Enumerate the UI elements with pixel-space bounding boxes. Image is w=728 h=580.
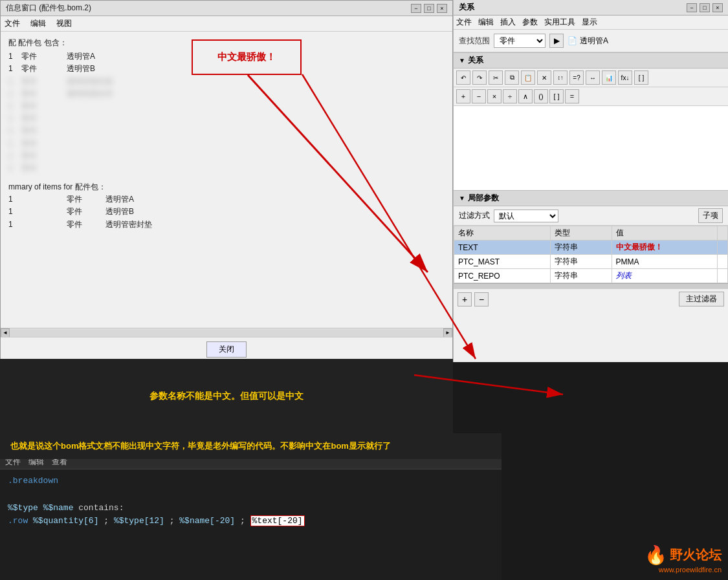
relations-section-header: ▼ 关系	[454, 52, 728, 69]
close-window-btn[interactable]: ×	[437, 4, 447, 13]
rel-minimize-btn[interactable]: −	[687, 3, 697, 12]
info-window-title: 信息窗口 (配件包.bom.2)	[6, 3, 91, 14]
code-name-var2: %$name[-20]	[179, 516, 235, 526]
rel-menu-display[interactable]: 显示	[582, 17, 597, 28]
summary-row: 1 零件 透明管B	[8, 206, 445, 218]
params-footer-left: + −	[458, 292, 489, 306]
redo-btn[interactable]: ↷	[472, 70, 487, 85]
col-header-type: 类型	[551, 226, 612, 241]
summary-label: mmary of items for 配件包：	[8, 182, 106, 191]
relations-section-label: 关系	[468, 55, 483, 66]
chart-btn[interactable]: 📊	[602, 70, 616, 85]
rel-menu-insert[interactable]: 插入	[500, 17, 516, 28]
params-table: 名称 类型 值 TEXT 字符串 中文最骄傲！ PTC_MAST	[454, 226, 728, 283]
forum-name: 野火论坛	[670, 546, 722, 564]
equals-btn[interactable]: =?	[569, 70, 584, 85]
bottom-annotation-text: 也就是说这个bom格式文档不能出现中文字符，毕竟是老外编写的代码。不影响中文在b…	[10, 440, 391, 452]
code-name-var: %$name	[43, 503, 74, 513]
scroll-right-btn[interactable]: ►	[443, 328, 452, 338]
search-type-dropdown[interactable]: 零件	[494, 34, 546, 48]
component-icon: 📄	[568, 36, 577, 45]
paste-btn[interactable]: 📋	[521, 70, 535, 85]
info-footer: 关闭	[1, 337, 452, 361]
table-row: 1 零件	[8, 113, 445, 125]
formula-btn[interactable]: fx↓	[618, 70, 632, 85]
plus-op-btn[interactable]: +	[456, 89, 470, 103]
summary-header: mmary of items for 配件包：	[8, 181, 445, 193]
filter-dropdown[interactable]: 默认	[494, 209, 558, 222]
cut-btn[interactable]: ✂	[489, 70, 503, 85]
horizontal-scrollbar[interactable]: ◄ ►	[1, 328, 452, 337]
search-arrow-btn[interactable]: ▶	[549, 34, 564, 48]
rel-menu-tools[interactable]: 实用工具	[544, 17, 575, 28]
scroll-left-btn[interactable]: ◄	[1, 328, 10, 338]
maximize-btn[interactable]: □	[424, 4, 434, 13]
editor-content: .breakdown %$type %$name contains: .row …	[0, 469, 502, 580]
table-row: 1 零件 透明管密封件	[8, 88, 445, 100]
param-type-text: 字符串	[551, 241, 612, 255]
menu-view[interactable]: 视图	[55, 17, 73, 30]
menu-file[interactable]: 文件	[3, 17, 21, 30]
power-op-btn[interactable]: ∧	[518, 89, 533, 103]
code-line-1: .breakdown	[8, 475, 494, 488]
undo-btn[interactable]: ↶	[456, 70, 470, 85]
minus-op-btn[interactable]: −	[472, 89, 486, 103]
params-footer: + − 主过滤器	[454, 288, 728, 309]
minimize-btn[interactable]: −	[411, 4, 421, 13]
code-text-highlight: %text[-20]	[250, 515, 305, 526]
search-value-box: 📄 透明管A	[568, 36, 608, 47]
table-row: 1 零件	[8, 150, 445, 162]
col-header-value: 值	[612, 226, 717, 241]
relations-op-buttons: + − × ÷ ∧ () [ ] =	[454, 87, 728, 106]
main-filter-btn[interactable]: 主过滤器	[679, 292, 724, 306]
params-del-btn[interactable]: −	[474, 292, 489, 306]
rel-menu-file[interactable]: 文件	[456, 17, 472, 28]
close-button[interactable]: 关闭	[206, 341, 247, 358]
annotation-box: 中文最骄傲！	[192, 39, 302, 75]
copy-btn[interactable]: ⧉	[505, 70, 519, 85]
equal-btn[interactable]: =	[565, 89, 579, 103]
multiply-op-btn[interactable]: ×	[487, 89, 502, 103]
rel-menu-params[interactable]: 参数	[522, 17, 538, 28]
params-add-btn[interactable]: +	[458, 292, 472, 306]
param-extra-ptcrepo	[718, 269, 728, 283]
subitem-button[interactable]: 子项	[698, 208, 723, 223]
code-breakdown: .breakdown	[8, 476, 58, 486]
menu-edit[interactable]: 编辑	[29, 17, 47, 30]
code-row-keyword: .row	[8, 516, 28, 526]
expand-btn[interactable]: ↔	[586, 70, 600, 85]
delete-btn[interactable]: ✕	[537, 70, 551, 85]
rel-close-btn[interactable]: ×	[712, 3, 723, 12]
info-window: 信息窗口 (配件包.bom.2) − □ × 文件 编辑 视图 配 配件包 包含…	[0, 0, 453, 362]
local-params-label: 局部参数	[468, 193, 499, 204]
param-value-ptcrepo: 列表	[612, 269, 717, 283]
col-header-extra	[718, 226, 728, 241]
param-extra-text	[718, 241, 728, 255]
params-row-ptcrepo[interactable]: PTC_REPO 字符串 列表	[454, 269, 728, 283]
param-name-ptcmast: PTC_MAST	[454, 255, 551, 269]
bracket-btn[interactable]: [ ]	[634, 70, 648, 85]
rel-menu-edit[interactable]: 编辑	[478, 17, 494, 28]
flame-icon: 🔥	[645, 544, 667, 566]
summary-row: 1 零件 透明管密封垫	[8, 219, 445, 231]
code-line-blank	[8, 488, 494, 502]
code-line-2: %$type %$name contains:	[8, 502, 494, 515]
relations-editor[interactable]	[454, 106, 728, 190]
table-row: 1 零件	[8, 125, 445, 137]
search-value-text: 透明管A	[580, 36, 608, 47]
forum-watermark: 🔥 野火论坛 www.proewildfire.cn	[645, 544, 722, 574]
params-triangle-icon: ▼	[459, 195, 465, 202]
paren-open-btn[interactable]: ()	[534, 89, 548, 103]
rel-maximize-btn[interactable]: □	[700, 3, 710, 12]
params-hscroll[interactable]	[454, 283, 728, 288]
divide-op-btn[interactable]: ÷	[503, 89, 517, 103]
sort-btn[interactable]: ↕↑	[553, 70, 568, 85]
code-type-var2: %$type[12]	[114, 516, 164, 526]
params-table-scroll[interactable]: 名称 类型 值 TEXT 字符串 中文最骄傲！ PTC_MAST	[454, 226, 728, 283]
relations-panel: 关系 − □ × 文件 编辑 插入 参数 实用工具 显示 查找范围 零件 ▶ 📄…	[453, 0, 728, 362]
params-row-text[interactable]: TEXT 字符串 中文最骄傲！	[454, 241, 728, 255]
scroll-track[interactable]	[10, 329, 443, 337]
bracket-open-btn[interactable]: [ ]	[549, 89, 564, 103]
info-menubar: 文件 编辑 视图	[1, 16, 452, 32]
params-row-ptcmast[interactable]: PTC_MAST 字符串 PMMA	[454, 255, 728, 269]
